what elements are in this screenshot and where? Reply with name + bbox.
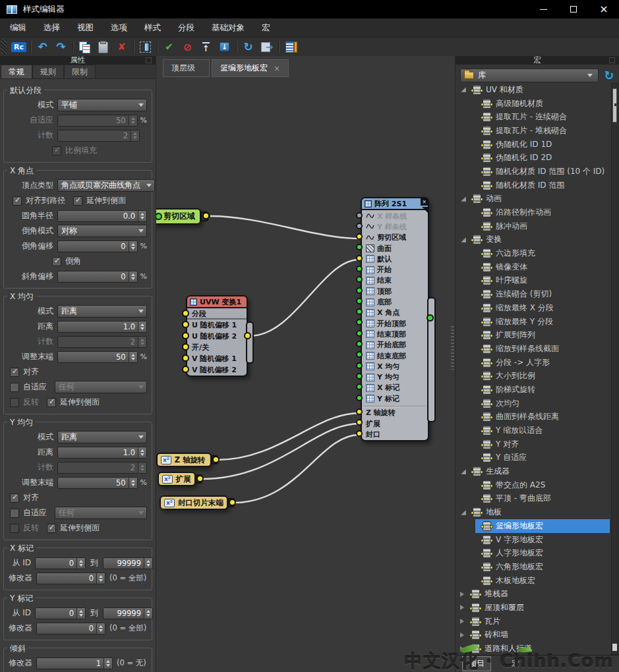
port-dot[interactable] [356,430,363,437]
spinner-arrows-icon[interactable] [138,211,146,221]
panel-menu-icon[interactable] [609,57,615,63]
macro-tree-row[interactable]: 人字形地板宏 [475,546,610,560]
uvw-input-port[interactable]: V 随机偏移 1 [187,353,247,364]
expand-arrow-icon[interactable] [460,592,464,597]
port-dot[interactable] [356,351,363,358]
y-even-mode-dropdown[interactable]: 距离 [57,431,147,443]
maximize-button[interactable] [558,0,589,18]
copy-icon[interactable] [76,40,93,54]
port-dot[interactable] [182,354,189,362]
menu-item[interactable]: 视图 [69,22,102,34]
close-tab-icon[interactable]: × [274,66,280,71]
properties-tab[interactable]: 常规 [1,65,32,78]
y-even-distance-spinner[interactable]: 1.0 [57,447,147,459]
expand-arrow-icon[interactable] [461,510,466,515]
port-dot[interactable] [356,298,363,304]
macro-tree-row[interactable]: Y 自适应 [475,451,610,465]
macro-tree-row[interactable]: 变换 [460,233,619,247]
spinner-arrows-icon[interactable] [138,322,146,332]
x-even-extend-checkbox[interactable] [47,398,56,407]
proportional-fill-checkbox[interactable] [52,146,61,155]
port-dot[interactable] [356,287,363,294]
port-dot[interactable] [182,332,189,339]
bevel-offset-spinner[interactable]: 0 [57,240,138,252]
spinner-arrows-icon[interactable] [129,115,137,126]
array-input-port[interactable]: 结束底部 [362,350,428,361]
macro-tree-row[interactable]: 堆栈器 [460,587,619,601]
macro-tree-row[interactable]: 曲面到样条线距离 [475,410,610,424]
port-dot[interactable] [356,395,363,401]
spinner-arrows-icon[interactable] [131,130,139,141]
array-input-port[interactable]: X 均匀 [362,361,428,372]
macro-tree-row[interactable]: 平顶 - 弯曲底部 [475,492,610,506]
menu-item[interactable]: 样式 [136,22,169,34]
redo-icon[interactable]: ↷ [53,40,69,54]
macro-tree-row[interactable]: 伪随机化 ID 1D [475,138,610,152]
macro-tree-row[interactable]: 瓦片 [460,615,619,629]
import-box-icon[interactable]: ↓ [216,40,233,54]
port-dot[interactable] [182,366,189,373]
macro-tree-row[interactable]: V 字形地板宏 [475,533,610,547]
y-even-extend-checkbox[interactable] [47,524,56,533]
disable-icon[interactable]: ⊘ [179,40,196,54]
close-button[interactable]: × [589,0,619,18]
array-input-port[interactable]: 开始底部 [362,340,428,350]
output-port-dot[interactable] [202,212,210,219]
macro-tree-row[interactable]: 缩放到样条线截面 [475,342,610,356]
macro-tree-row[interactable]: 提取瓦片 - 连续砌合 [475,110,610,124]
y-even-reverse-checkbox[interactable] [10,524,19,533]
macro-tree-row[interactable]: 六角形地板宏 [475,560,610,574]
node-graph-canvas[interactable]: 顶层级篮编形地板宏× 剪切区域 UVW 变换1 分段U 随机偏移 1U 随机偏移… [156,56,455,672]
macro-tree-row[interactable]: 脉冲动画 [475,219,610,233]
macro-tree-row[interactable]: 叶序螺旋 [475,274,610,288]
y-even-count-spinner[interactable]: 2 [57,462,147,474]
port-dot[interactable] [182,321,189,328]
expand-arrow-icon[interactable] [461,469,466,474]
delete-icon[interactable]: ✘ [113,40,130,54]
spinner-arrows-icon[interactable] [144,558,152,569]
macro-tree-row[interactable]: 连续砌合 (剪切) [475,287,610,301]
macro-tree-row[interactable]: 阶梯式旋转 [475,383,610,397]
macro-tree-row[interactable]: 篮编形地板宏 [475,519,610,533]
spinner-arrows-icon[interactable] [76,558,85,569]
x-marker-from-spinner[interactable]: 0 [35,557,86,569]
input-port-dot[interactable] [156,213,162,220]
expand-arrow-icon[interactable] [461,88,466,93]
node-cap-slice-ends-value[interactable]: x²封口切片末端 [160,495,228,510]
macro-tree-row[interactable]: 砖和墙 [460,629,619,642]
expand-arrow-icon[interactable] [460,605,464,610]
macro-tree-row[interactable]: 缩放最终 X 分段 [475,301,610,315]
selection-box-icon[interactable] [137,40,154,54]
x-marker-modifier-spinner[interactable]: 0 [36,573,105,584]
y-marker-from-spinner[interactable]: 0 [35,607,86,619]
node-close-icon[interactable]: × [421,198,428,206]
graph-tab[interactable]: 篮编形地板宏× [212,59,289,77]
y-even-adaptive-checkbox[interactable] [10,509,19,518]
node-header[interactable]: 阵列 2S1× [362,198,428,210]
minimize-button[interactable] [528,0,558,18]
port-dot[interactable] [356,244,363,250]
refresh-library-button[interactable]: ↻ [602,69,616,82]
macro-tree-row[interactable]: Y 对齐 [475,437,610,451]
macro-tree-row[interactable]: UV 和材质 [460,83,619,97]
macro-tree-row[interactable]: 屋顶和覆层 [460,601,619,615]
port-dot[interactable] [356,233,363,240]
port-dot[interactable] [356,212,363,219]
spinner-arrows-icon[interactable] [96,623,105,634]
adaptive-spinner[interactable]: 50 [57,115,138,126]
x-even-count-spinner[interactable]: 2 [57,336,147,348]
segment-mode-dropdown[interactable]: 平铺 [57,99,147,111]
macro-tree-row[interactable]: 带交点的 A2S [475,478,610,492]
spinner-arrows-icon[interactable] [76,608,85,619]
uvw-input-port[interactable]: U 随机偏移 2 [187,331,247,342]
x-even-reverse-checkbox[interactable] [10,398,19,407]
array-input-port[interactable]: Y 均匀 [362,372,428,382]
port-dot[interactable] [356,266,363,272]
paste-icon[interactable] [95,40,111,54]
collapse-to-top-icon[interactable]: ↑ [198,40,214,54]
x-even-align-checkbox[interactable] [10,368,19,377]
array-input-port[interactable]: 曲面 [362,243,428,254]
port-dot[interactable] [356,408,363,415]
spinner-arrows-icon[interactable] [144,608,152,619]
x-even-adaptive-dropdown[interactable]: 任何 [55,381,147,393]
